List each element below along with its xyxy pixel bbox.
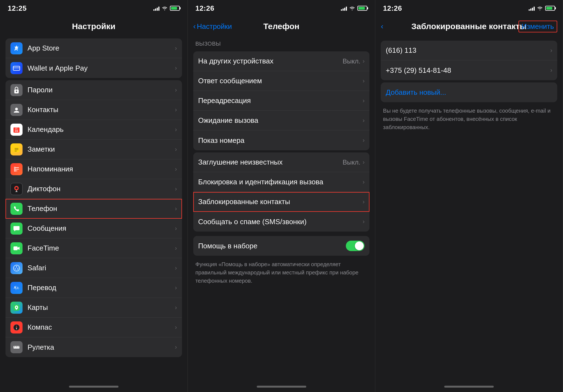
silence-unknown-value: Выкл.	[343, 159, 360, 166]
status-icons-3	[529, 6, 555, 11]
nav-bar-3: ‹ Заблокированные контакты Изменить	[375, 16, 563, 36]
nav-title-3: Заблокированные контакты	[411, 22, 527, 31]
svg-rect-14	[15, 151, 17, 151]
svg-text:31: 31	[15, 129, 18, 132]
settings-item-messages[interactable]: Сообщения ›	[5, 219, 182, 238]
other-devices-label: На других устройствах	[198, 57, 343, 65]
content-1: A App Store › Wallet и Apple Pay ›	[0, 36, 187, 381]
wifi-icon-1	[162, 6, 168, 10]
block-id-label: Блокировка и идентификация вызова	[198, 178, 363, 186]
settings-item-ruler[interactable]: Рулетка ›	[5, 337, 182, 357]
home-indicator-2	[188, 381, 375, 392]
svg-point-18	[14, 167, 15, 168]
redirect-label: Переадресация	[198, 96, 363, 105]
other-devices-value: Выкл.	[343, 57, 360, 65]
add-new-item[interactable]: Добавить новый...	[381, 82, 557, 102]
notes-label: Заметки	[27, 145, 175, 154]
back-chevron-2: ‹	[193, 22, 196, 31]
settings-item-translate[interactable]: A あ Перевод ›	[5, 278, 182, 298]
safari-icon	[10, 262, 23, 274]
settings-item-contacts[interactable]: Контакты ›	[5, 100, 182, 120]
passwords-label: Пароли	[27, 86, 175, 94]
settings-silence-unknown[interactable]: Заглушение неизвестных Выкл. ›	[193, 152, 370, 172]
status-time-2: 12:26	[195, 4, 214, 13]
settings-item-phone[interactable]: Телефон ›	[5, 199, 182, 219]
nav-bar-1: Настройки	[0, 16, 187, 36]
settings-block-id[interactable]: Блокировка и идентификация вызова ›	[193, 172, 370, 192]
nav-bar-2: ‹ Настройки Телефон	[188, 16, 375, 36]
settings-assist[interactable]: Помощь в наборе	[193, 236, 370, 256]
wallet-label: Wallet и Apple Pay	[27, 64, 175, 73]
svg-rect-13	[15, 149, 18, 150]
content-3: (616) 113 › +375 (29) 514-81-48 › Добави…	[375, 36, 563, 381]
settings-item-calendar[interactable]: 31 ВТ Календарь ›	[5, 120, 182, 140]
battery-fill-2	[358, 7, 365, 10]
messages-label: Сообщения	[27, 224, 175, 233]
compass-icon	[10, 321, 23, 333]
svg-rect-23	[16, 190, 17, 191]
messages-icon	[10, 223, 23, 235]
silence-unknown-label: Заглушение неизвестных	[198, 158, 343, 166]
settings-item-facetime[interactable]: FaceTime ›	[5, 238, 182, 258]
settings-item-passwords[interactable]: Пароли ›	[5, 80, 182, 100]
settings-item-notes[interactable]: Заметки ›	[5, 140, 182, 159]
panel-phone: 12:26 ‹ Настройки Телефон	[188, 0, 376, 392]
passwords-icon	[10, 84, 23, 96]
settings-item-maps[interactable]: Карты ›	[5, 298, 182, 318]
settings-report-spam[interactable]: Сообщать о спаме (SMS/звонки) ›	[193, 212, 370, 232]
blocked-contacts-group: (616) 113 › +375 (29) 514-81-48 ›	[381, 41, 557, 80]
svg-text:ВТ: ВТ	[15, 127, 18, 129]
maps-icon	[10, 302, 23, 314]
notes-icon	[10, 143, 23, 155]
settings-item-wallet[interactable]: Wallet и Apple Pay ›	[5, 58, 182, 78]
back-button-2[interactable]: ‹ Настройки	[193, 22, 232, 31]
appstore-icon: A	[10, 42, 23, 54]
back-button-3[interactable]: ‹	[381, 22, 383, 31]
appstore-label: App Store	[27, 44, 175, 52]
phone-icon	[10, 203, 23, 215]
safari-label: Safari	[27, 264, 175, 272]
svg-rect-5	[16, 91, 17, 92]
settings-show-number[interactable]: Показ номера ›	[193, 130, 370, 150]
ruler-icon	[10, 341, 23, 353]
status-icons-2	[341, 6, 367, 11]
panel-settings: 12:25 Настройки	[0, 0, 188, 392]
svg-point-35	[16, 307, 17, 308]
edit-button[interactable]: Изменить	[518, 21, 557, 32]
add-new-label[interactable]: Добавить новый...	[386, 88, 446, 97]
blocked-contact-2[interactable]: +375 (29) 514-81-48 ›	[381, 60, 557, 80]
settings-item-voice[interactable]: Диктофон ›	[5, 179, 182, 199]
wallet-chevron: ›	[175, 65, 177, 72]
facetime-icon	[10, 242, 23, 254]
battery-fill-3	[546, 7, 552, 10]
translate-label: Перевод	[27, 283, 175, 292]
appstore-chevron: ›	[175, 45, 177, 52]
settings-item-reminders[interactable]: Напоминания ›	[5, 159, 182, 179]
calls-group: На других устройствах Выкл. › Ответ сооб…	[193, 51, 370, 150]
assist-toggle[interactable]	[346, 241, 365, 251]
assist-group: Помощь в наборе	[193, 236, 370, 256]
signal-icon-1	[153, 6, 159, 11]
status-bar-2: 12:26	[188, 0, 375, 16]
svg-rect-12	[15, 148, 18, 149]
settings-other-devices[interactable]: На других устройствах Выкл. ›	[193, 51, 370, 71]
back-chevron-3: ‹	[381, 22, 383, 31]
settings-blocked-contacts[interactable]: Заблокированные контакты ›	[193, 192, 370, 212]
reply-message-label: Ответ сообщением	[198, 77, 363, 85]
blocked-description: Вы не будете получать телефонные вызовы,…	[375, 104, 563, 136]
blocked-contact-1[interactable]: (616) 113 ›	[381, 41, 557, 60]
assist-description: Функция «Помощь в наборе» автоматически …	[188, 258, 375, 289]
battery-fill-1	[171, 7, 177, 10]
settings-item-compass[interactable]: Компас ›	[5, 318, 182, 337]
panel-blocked: 12:26 ‹ Заблокированные контакты Изменит…	[375, 0, 563, 392]
settings-reply-message[interactable]: Ответ сообщением ›	[193, 71, 370, 91]
settings-item-safari[interactable]: Safari ›	[5, 258, 182, 278]
settings-redirect[interactable]: Переадресация ›	[193, 91, 370, 111]
back-label-2: Настройки	[197, 22, 232, 31]
add-new-group: Добавить новый...	[381, 82, 557, 102]
settings-call-waiting[interactable]: Ожидание вызова ›	[193, 111, 370, 130]
home-indicator-1	[0, 381, 187, 392]
svg-text:A: A	[14, 46, 18, 52]
settings-item-appstore[interactable]: A App Store ›	[5, 38, 182, 58]
status-bar-1: 12:25	[0, 0, 187, 16]
